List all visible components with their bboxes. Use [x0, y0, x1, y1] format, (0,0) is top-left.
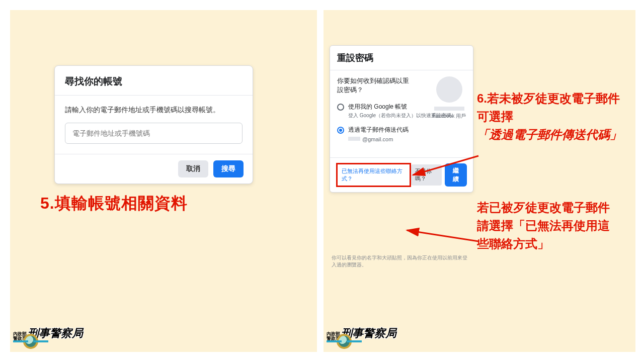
browser-hint: 你可以看見你的名字和大頭貼照，因為你正在使用以前用來登入過的瀏覽器。	[330, 250, 473, 268]
arrow-to-no-access	[407, 230, 478, 241]
find-account-card: 尋找你的帳號 請輸入你的電子郵件地址或手機號碼以搜尋帳號。 取消 搜尋	[54, 65, 253, 184]
search-button[interactable]: 搜尋	[213, 160, 244, 177]
account-input[interactable]	[65, 123, 243, 144]
find-account-desc: 請輸入你的電子郵件地址或手機號碼以搜尋帳號。	[65, 106, 243, 115]
reset-title: 重設密碼	[330, 46, 473, 70]
avatar-icon	[436, 76, 462, 103]
find-account-title: 尋找你的帳號	[55, 66, 253, 96]
radio-google[interactable]	[337, 104, 344, 111]
no-access-link[interactable]: 已無法再使用這些聯絡方式？	[342, 168, 403, 182]
annotation-step6a: 6.若未被歹徒更改電子郵件 可選擇 「透過電子郵件傳送代碼」	[477, 89, 633, 144]
annotation-step5: 5.填輸帳號相關資料	[40, 193, 188, 215]
user-avatar-block: Facebook 用戶	[432, 76, 466, 120]
radio-email[interactable]	[337, 127, 344, 134]
continue-button[interactable]: 繼續	[445, 163, 467, 187]
left-panel: 尋找你的帳號 請輸入你的電子郵件地址或手機號碼以搜尋帳號。 取消 搜尋 5.填輸…	[10, 10, 317, 352]
avatar-name-placeholder	[434, 107, 464, 111]
reset-password-card: 重設密碼 你要如何收到確認碼以重設密碼？ Facebook 用戶 使用我的 Go…	[330, 45, 473, 193]
option-email-label: 透過電子郵件傳送代碼	[348, 126, 409, 134]
anno6b-line1: 若已被歹徒更改電子郵件	[477, 199, 633, 217]
anno6a-line1: 6.若未被歹徒更改電子郵件	[477, 89, 633, 108]
anno6b-line3: 些聯絡方式」	[477, 235, 633, 253]
reset-question: 你要如何收到確認碼以重設密碼？	[337, 76, 413, 95]
option-email[interactable]: 透過電子郵件傳送代碼 @gmail.com	[337, 126, 466, 142]
option-email-address: @gmail.com	[348, 136, 409, 142]
anno6b-line2: 請選擇「已無法再使用這	[477, 217, 633, 235]
avatar-caption: Facebook 用戶	[432, 113, 466, 120]
anno6a-line2: 可選擇	[477, 108, 633, 126]
right-panel: 重設密碼 你要如何收到確認碼以重設密碼？ Facebook 用戶 使用我的 Go…	[324, 10, 635, 352]
cancel-button[interactable]: 取消	[178, 160, 208, 177]
anno6a-line3: 「透過電子郵件傳送代碼」	[477, 126, 633, 144]
not-you-button[interactable]: 不是你嗎？	[411, 164, 442, 186]
badge-medal-icon	[23, 334, 38, 349]
no-access-highlight: 已無法再使用這些聯絡方式？	[336, 163, 411, 187]
badge-medal-icon-r	[337, 334, 352, 349]
annotation-step6b: 若已被歹徒更改電子郵件 請選擇「已無法再使用這 些聯絡方式」	[477, 199, 633, 253]
